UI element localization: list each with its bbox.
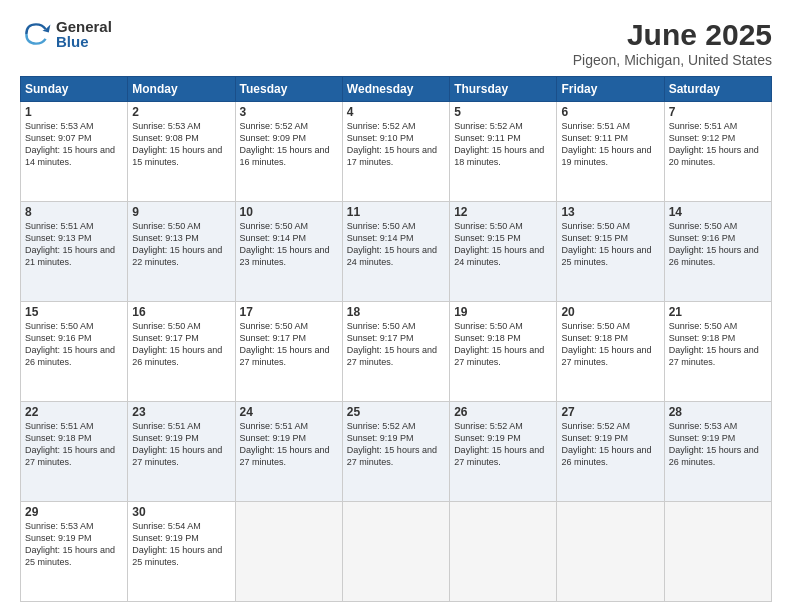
day-number: 26 [454,405,552,419]
day-info: Sunrise: 5:50 AMSunset: 9:14 PMDaylight:… [347,220,445,269]
day-number: 3 [240,105,338,119]
logo-text: General Blue [56,19,112,49]
day-info: Sunrise: 5:52 AMSunset: 9:19 PMDaylight:… [561,420,659,469]
calendar-cell: 12Sunrise: 5:50 AMSunset: 9:15 PMDayligh… [450,202,557,302]
calendar-cell: 25Sunrise: 5:52 AMSunset: 9:19 PMDayligh… [342,402,449,502]
day-number: 30 [132,505,230,519]
day-info: Sunrise: 5:52 AMSunset: 9:19 PMDaylight:… [454,420,552,469]
day-number: 19 [454,305,552,319]
day-number: 18 [347,305,445,319]
day-info: Sunrise: 5:51 AMSunset: 9:19 PMDaylight:… [132,420,230,469]
day-info: Sunrise: 5:50 AMSunset: 9:16 PMDaylight:… [25,320,123,369]
calendar-cell: 17Sunrise: 5:50 AMSunset: 9:17 PMDayligh… [235,302,342,402]
calendar-cell: 6Sunrise: 5:51 AMSunset: 9:11 PMDaylight… [557,102,664,202]
calendar-week-row-1: 1Sunrise: 5:53 AMSunset: 9:07 PMDaylight… [21,102,772,202]
main-title: June 2025 [573,18,772,52]
day-info: Sunrise: 5:51 AMSunset: 9:18 PMDaylight:… [25,420,123,469]
day-info: Sunrise: 5:50 AMSunset: 9:18 PMDaylight:… [669,320,767,369]
day-info: Sunrise: 5:50 AMSunset: 9:17 PMDaylight:… [132,320,230,369]
calendar-cell: 27Sunrise: 5:52 AMSunset: 9:19 PMDayligh… [557,402,664,502]
calendar-cell: 19Sunrise: 5:50 AMSunset: 9:18 PMDayligh… [450,302,557,402]
logo-general: General [56,19,112,34]
calendar-week-row-4: 22Sunrise: 5:51 AMSunset: 9:18 PMDayligh… [21,402,772,502]
day-info: Sunrise: 5:53 AMSunset: 9:07 PMDaylight:… [25,120,123,169]
calendar-header-tuesday: Tuesday [235,77,342,102]
day-number: 29 [25,505,123,519]
calendar-cell: 30Sunrise: 5:54 AMSunset: 9:19 PMDayligh… [128,502,235,602]
day-number: 6 [561,105,659,119]
page: General Blue June 2025 Pigeon, Michigan,… [0,0,792,612]
day-number: 16 [132,305,230,319]
calendar-cell [557,502,664,602]
day-info: Sunrise: 5:50 AMSunset: 9:14 PMDaylight:… [240,220,338,269]
calendar-cell: 4Sunrise: 5:52 AMSunset: 9:10 PMDaylight… [342,102,449,202]
calendar-header-wednesday: Wednesday [342,77,449,102]
calendar-header-sunday: Sunday [21,77,128,102]
calendar-cell [450,502,557,602]
day-number: 21 [669,305,767,319]
calendar-cell: 18Sunrise: 5:50 AMSunset: 9:17 PMDayligh… [342,302,449,402]
day-number: 23 [132,405,230,419]
calendar-header-saturday: Saturday [664,77,771,102]
day-info: Sunrise: 5:50 AMSunset: 9:18 PMDaylight:… [561,320,659,369]
day-info: Sunrise: 5:52 AMSunset: 9:11 PMDaylight:… [454,120,552,169]
header: General Blue June 2025 Pigeon, Michigan,… [20,18,772,68]
day-info: Sunrise: 5:51 AMSunset: 9:19 PMDaylight:… [240,420,338,469]
calendar-week-row-5: 29Sunrise: 5:53 AMSunset: 9:19 PMDayligh… [21,502,772,602]
day-number: 9 [132,205,230,219]
calendar-cell [342,502,449,602]
day-info: Sunrise: 5:50 AMSunset: 9:16 PMDaylight:… [669,220,767,269]
calendar-cell: 3Sunrise: 5:52 AMSunset: 9:09 PMDaylight… [235,102,342,202]
day-info: Sunrise: 5:52 AMSunset: 9:10 PMDaylight:… [347,120,445,169]
day-info: Sunrise: 5:50 AMSunset: 9:15 PMDaylight:… [561,220,659,269]
calendar-week-row-3: 15Sunrise: 5:50 AMSunset: 9:16 PMDayligh… [21,302,772,402]
calendar-cell: 15Sunrise: 5:50 AMSunset: 9:16 PMDayligh… [21,302,128,402]
day-info: Sunrise: 5:51 AMSunset: 9:12 PMDaylight:… [669,120,767,169]
day-number: 10 [240,205,338,219]
day-info: Sunrise: 5:51 AMSunset: 9:13 PMDaylight:… [25,220,123,269]
calendar-cell: 8Sunrise: 5:51 AMSunset: 9:13 PMDaylight… [21,202,128,302]
logo: General Blue [20,18,112,50]
title-block: June 2025 Pigeon, Michigan, United State… [573,18,772,68]
day-number: 22 [25,405,123,419]
day-number: 4 [347,105,445,119]
day-number: 1 [25,105,123,119]
day-number: 14 [669,205,767,219]
day-number: 13 [561,205,659,219]
day-info: Sunrise: 5:53 AMSunset: 9:19 PMDaylight:… [25,520,123,569]
calendar-cell [664,502,771,602]
day-info: Sunrise: 5:53 AMSunset: 9:08 PMDaylight:… [132,120,230,169]
day-info: Sunrise: 5:50 AMSunset: 9:15 PMDaylight:… [454,220,552,269]
calendar-cell: 5Sunrise: 5:52 AMSunset: 9:11 PMDaylight… [450,102,557,202]
day-info: Sunrise: 5:52 AMSunset: 9:19 PMDaylight:… [347,420,445,469]
day-info: Sunrise: 5:51 AMSunset: 9:11 PMDaylight:… [561,120,659,169]
day-number: 2 [132,105,230,119]
day-info: Sunrise: 5:50 AMSunset: 9:17 PMDaylight:… [347,320,445,369]
day-info: Sunrise: 5:54 AMSunset: 9:19 PMDaylight:… [132,520,230,569]
logo-icon [20,18,52,50]
day-info: Sunrise: 5:50 AMSunset: 9:18 PMDaylight:… [454,320,552,369]
calendar-cell: 13Sunrise: 5:50 AMSunset: 9:15 PMDayligh… [557,202,664,302]
day-number: 20 [561,305,659,319]
calendar-cell: 14Sunrise: 5:50 AMSunset: 9:16 PMDayligh… [664,202,771,302]
calendar-cell: 29Sunrise: 5:53 AMSunset: 9:19 PMDayligh… [21,502,128,602]
day-number: 8 [25,205,123,219]
calendar-week-row-2: 8Sunrise: 5:51 AMSunset: 9:13 PMDaylight… [21,202,772,302]
calendar-cell: 28Sunrise: 5:53 AMSunset: 9:19 PMDayligh… [664,402,771,502]
day-info: Sunrise: 5:50 AMSunset: 9:17 PMDaylight:… [240,320,338,369]
day-number: 27 [561,405,659,419]
calendar-cell: 20Sunrise: 5:50 AMSunset: 9:18 PMDayligh… [557,302,664,402]
calendar-cell: 16Sunrise: 5:50 AMSunset: 9:17 PMDayligh… [128,302,235,402]
calendar-header-friday: Friday [557,77,664,102]
calendar-cell: 21Sunrise: 5:50 AMSunset: 9:18 PMDayligh… [664,302,771,402]
day-number: 5 [454,105,552,119]
day-info: Sunrise: 5:50 AMSunset: 9:13 PMDaylight:… [132,220,230,269]
calendar-cell: 22Sunrise: 5:51 AMSunset: 9:18 PMDayligh… [21,402,128,502]
calendar-cell: 2Sunrise: 5:53 AMSunset: 9:08 PMDaylight… [128,102,235,202]
calendar-cell [235,502,342,602]
calendar-header-row: SundayMondayTuesdayWednesdayThursdayFrid… [21,77,772,102]
day-number: 12 [454,205,552,219]
subtitle: Pigeon, Michigan, United States [573,52,772,68]
calendar-table: SundayMondayTuesdayWednesdayThursdayFrid… [20,76,772,602]
day-info: Sunrise: 5:52 AMSunset: 9:09 PMDaylight:… [240,120,338,169]
